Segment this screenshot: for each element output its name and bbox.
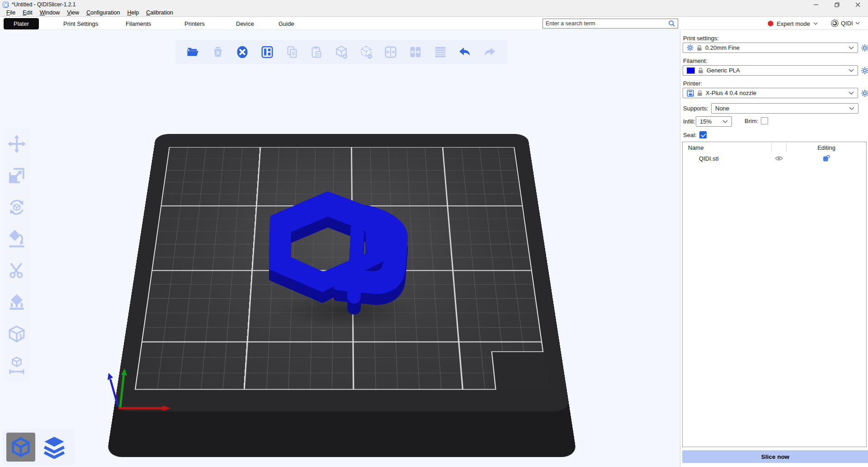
object-list-row[interactable]: QIDI.stl xyxy=(683,153,866,164)
delete-all-button[interactable] xyxy=(235,44,250,60)
menu-help[interactable]: Help xyxy=(123,10,142,16)
chevron-down-icon xyxy=(855,22,860,24)
chevron-down-icon xyxy=(722,120,728,123)
rotate-icon xyxy=(7,198,26,217)
print-settings-gear-button[interactable] xyxy=(861,43,868,53)
mode-selector[interactable]: Expert mode xyxy=(768,19,818,29)
printer-dropdown[interactable]: X-Plus 4 0.4 nozzle xyxy=(683,88,858,98)
printer-icon xyxy=(687,90,694,97)
cut-scissors-icon xyxy=(7,261,26,280)
add-instance-button[interactable] xyxy=(334,44,349,60)
menu-file[interactable]: File xyxy=(3,10,19,16)
move-button[interactable] xyxy=(6,133,27,154)
filament-dropdown[interactable]: Generic PLA xyxy=(683,65,858,76)
menu-window[interactable]: Window xyxy=(36,10,63,16)
menu-calibration[interactable]: Calibration xyxy=(142,10,177,16)
supports-dropdown[interactable]: None xyxy=(711,103,859,114)
column-header-visibility xyxy=(771,143,787,152)
search-input[interactable] xyxy=(543,20,668,27)
bed-axes-indicator xyxy=(104,365,176,415)
gear-icon xyxy=(861,44,868,52)
redo-icon xyxy=(482,45,497,59)
print-settings-dropdown[interactable]: 0.20mm Fine xyxy=(683,43,858,53)
account-menu[interactable]: QIDI xyxy=(831,18,860,28)
brim-label: Brim: xyxy=(745,118,758,124)
viewport-3d[interactable] xyxy=(0,30,680,467)
menu-configuration[interactable]: Configuration xyxy=(83,10,123,16)
top-toolbar xyxy=(175,40,507,64)
copy-icon xyxy=(285,45,299,59)
tab-printers[interactable]: Printers xyxy=(179,18,210,29)
object-editing-button[interactable] xyxy=(787,155,866,162)
gear-icon xyxy=(861,90,868,97)
print-settings-label: Print settings: xyxy=(683,35,868,42)
brim-checkbox[interactable] xyxy=(761,117,768,124)
tab-guide[interactable]: Guide xyxy=(273,18,300,29)
paint-supports-button[interactable] xyxy=(6,292,27,313)
model-qidi-stl[interactable] xyxy=(269,188,418,319)
app-icon xyxy=(3,2,9,8)
remove-instance-button[interactable] xyxy=(359,44,374,60)
chevron-down-icon xyxy=(813,22,818,25)
restore-button[interactable] xyxy=(826,0,847,9)
seal-checkbox[interactable] xyxy=(699,131,707,138)
seam-icon xyxy=(7,324,26,343)
delete-all-icon xyxy=(235,45,250,59)
close-button[interactable] xyxy=(847,0,868,9)
lock-icon xyxy=(697,45,702,51)
paste-icon xyxy=(310,45,323,59)
gear-icon xyxy=(687,44,693,51)
rotate-button[interactable] xyxy=(6,197,27,218)
filament-gear-button[interactable] xyxy=(861,65,868,76)
paste-button[interactable] xyxy=(309,44,324,60)
split-to-parts-button[interactable] xyxy=(408,44,423,60)
printer-gear-button[interactable] xyxy=(861,88,868,98)
variable-layer-height-button[interactable] xyxy=(433,44,448,60)
arrange-icon xyxy=(260,45,274,59)
tab-print-settings[interactable]: Print Settings xyxy=(58,18,104,29)
menu-edit[interactable]: Edit xyxy=(19,10,36,16)
copy-button[interactable] xyxy=(284,44,300,60)
redo-button[interactable] xyxy=(482,44,497,60)
visibility-toggle[interactable] xyxy=(771,156,787,161)
column-header-editing: Editing xyxy=(787,144,866,151)
tab-device[interactable]: Device xyxy=(231,18,259,29)
cut-button[interactable] xyxy=(6,260,27,281)
split-to-objects-button[interactable] xyxy=(383,44,398,60)
preview-view-button[interactable] xyxy=(40,433,69,462)
search-box xyxy=(542,19,678,29)
menu-view[interactable]: View xyxy=(63,10,83,16)
3d-editor-view-button[interactable] xyxy=(6,433,35,462)
place-on-face-button[interactable] xyxy=(6,229,27,249)
move-icon xyxy=(7,134,26,153)
tab-filaments[interactable]: Filaments xyxy=(120,18,156,29)
filament-value: Generic PLA xyxy=(707,67,845,74)
left-toolbar xyxy=(4,128,30,381)
tab-plater[interactable]: Plater xyxy=(4,18,39,29)
split-to-objects-icon xyxy=(384,45,397,59)
search-icon[interactable] xyxy=(668,20,675,27)
delete-button[interactable] xyxy=(210,44,226,60)
close-icon xyxy=(855,2,860,7)
scale-button[interactable] xyxy=(6,165,27,186)
measure-button[interactable] xyxy=(6,355,27,376)
open-file-button[interactable] xyxy=(185,44,201,60)
red-hexagon-icon xyxy=(768,20,774,27)
minimize-button[interactable] xyxy=(806,0,826,9)
title-bar: *Untitled - QIDISlicer-1.2.1 xyxy=(0,0,868,9)
settings-panel: Print settings: 0.20mm Fine Filament: Ge… xyxy=(680,30,868,467)
restore-icon xyxy=(835,2,840,7)
object-settings-icon xyxy=(823,155,830,162)
filament-color-swatch xyxy=(687,67,695,74)
qidi-logo-icon xyxy=(831,19,839,27)
measure-icon xyxy=(7,356,26,375)
editor-cube-icon xyxy=(10,437,31,457)
preview-layers-icon xyxy=(42,435,66,459)
seam-button[interactable] xyxy=(6,324,27,344)
infill-dropdown[interactable]: 15% xyxy=(696,116,732,127)
slice-now-button[interactable]: Slice now xyxy=(682,450,868,463)
undo-button[interactable] xyxy=(457,44,472,60)
undo-icon xyxy=(458,45,472,59)
arrange-button[interactable] xyxy=(259,44,275,60)
chevron-down-icon xyxy=(849,69,854,72)
